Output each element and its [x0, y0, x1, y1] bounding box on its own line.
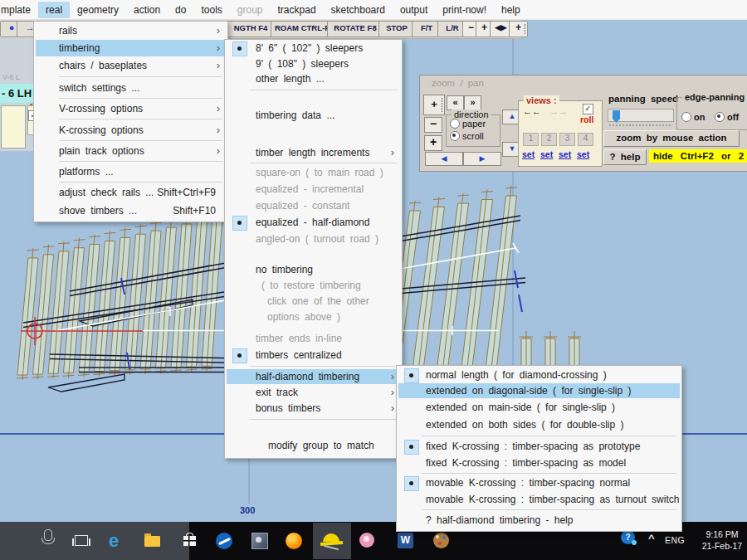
menu-item-half-diamond-help[interactable]: ? half-diamond timbering - help [398, 513, 680, 528]
view-back-button[interactable]: « [447, 95, 464, 110]
menubar-item-tools[interactable]: tools [193, 2, 229, 18]
view-3-button[interactable]: 3 [559, 133, 575, 146]
ghost-template-label: V-6 L [2, 73, 20, 81]
panning-speed-slider[interactable] [608, 109, 674, 122]
slider-ticks [609, 124, 671, 126]
menu-item-shove-timbers[interactable]: shove timbers ... Shift+F10 [36, 202, 226, 219]
direction-scroll-radio[interactable]: scroll [450, 131, 484, 141]
direction-paper-radio[interactable]: paper [450, 119, 486, 129]
menu-item-9ft-sleepers[interactable]: 9' ( 108" ) sleepers [227, 56, 400, 71]
menu-item-exit-track[interactable]: exit track › [227, 385, 400, 400]
rotate-button[interactable]: ROTATE F8 [327, 21, 383, 37]
word-icon[interactable]: W [398, 533, 413, 548]
edge-panning-on-radio[interactable]: on [681, 112, 705, 122]
menubar-item-action[interactable]: action [126, 2, 168, 18]
view-forward-button[interactable]: » [464, 95, 481, 110]
menu-item-v-crossing-options[interactable]: V-crossing options › [36, 100, 226, 117]
set-view-2-link[interactable]: set [540, 149, 553, 159]
menubar-item-do[interactable]: do [168, 2, 193, 18]
menubar-item-print-now[interactable]: print-now! [435, 2, 494, 18]
zoom-in-button[interactable]: + [424, 135, 442, 151]
menu-item-k-crossing-options[interactable]: K-crossing options › [36, 122, 226, 139]
task-view-icon[interactable] [73, 533, 90, 549]
menubar-item-geometry[interactable]: geometry [70, 2, 126, 18]
view-4-button[interactable]: 4 [578, 133, 593, 146]
menu-item-switch-settings[interactable]: switch settings ... [36, 80, 226, 96]
menubar-item-real[interactable]: real [38, 2, 70, 18]
menu-item-movable-k-normal[interactable]: movable K-crossing : timber-spacing norm… [398, 475, 680, 490]
shift-mode-button[interactable]: + [509, 21, 528, 37]
menu-item-fixed-k-prototype[interactable]: fixed K-crossing : timber-spacing as pro… [398, 439, 680, 454]
menu-item-normal-length[interactable]: normal length ( for diamond-crossing ) [398, 368, 680, 382]
menu-item-rails[interactable]: rails › [36, 22, 226, 39]
menubar-item-help[interactable]: help [494, 2, 528, 18]
microphone-icon[interactable] [40, 529, 56, 546]
menu-item-extended-main-side[interactable]: extended on main-side ( for single-slip … [398, 400, 680, 415]
menu-item-timber-length-increments[interactable]: timber length increments › [227, 145, 400, 160]
edge-panning-groupbox: edge-panning on off [676, 97, 747, 130]
firefox-icon[interactable] [286, 533, 302, 549]
tray-chevron-up-icon[interactable]: ^ [648, 532, 655, 544]
menu-item-movable-k-turnout-switch[interactable]: movable K-crossing : timber-spacing as t… [398, 492, 680, 507]
file-explorer-icon[interactable] [144, 533, 161, 549]
templot-taskbar-tile[interactable] [313, 523, 351, 559]
windows-store-icon[interactable] [181, 533, 198, 549]
roam-button[interactable]: ROAM CTRL-F9 [271, 21, 332, 37]
edge-panning-label: edge-panning [682, 92, 747, 102]
menu-bar: mplate real geometry action do tools gro… [0, 0, 747, 20]
menu-item-platforms[interactable]: platforms ... [36, 163, 226, 180]
view-2-button[interactable]: 2 [541, 133, 557, 146]
menu-item-chairs-baseplates[interactable]: chairs / baseplates › [36, 57, 226, 74]
menu-item-timbering-data[interactable]: timbering data ... [227, 108, 400, 123]
help-button[interactable]: ? help [603, 149, 647, 165]
edge-panning-off-radio[interactable]: off [715, 112, 739, 122]
menu-item-extended-both-sides[interactable]: extended on both sides ( for double-slip… [398, 417, 680, 432]
templot-app-window: 300 mplate real geometry action do tools… [0, 0, 747, 560]
tray-language-label[interactable]: ENG [665, 535, 685, 545]
pan-right-button[interactable]: ▶ [463, 152, 501, 166]
menubar-item-sketchboard[interactable]: sketchboard [324, 2, 393, 18]
menu-item-timbers-centralized[interactable]: timbers centralized [227, 348, 400, 363]
tray-help-icon[interactable]: ? [621, 530, 635, 544]
menu-item-other-length[interactable]: other length ... [227, 71, 400, 86]
menu-item-extended-diagonal-side[interactable]: extended on diagonal-side ( for single-s… [398, 383, 680, 398]
edge-browser-icon[interactable]: e [109, 533, 125, 549]
submenu-chevron-icon: › [217, 57, 220, 74]
set-view-1-link[interactable]: set [522, 149, 535, 159]
menu-item-half-diamond-timbering[interactable]: half-diamond timbering › [227, 369, 400, 384]
submenu-chevron-icon: › [391, 401, 394, 416]
direction-groupbox: direction paper scroll [446, 114, 500, 147]
length-f4-button[interactable]: NGTH F4 [226, 21, 276, 37]
menubar-item-output[interactable]: output [393, 2, 435, 18]
menu-item-bonus-timbers[interactable]: bonus timbers › [227, 401, 400, 416]
shift-adjust-button[interactable]: + [423, 95, 445, 115]
menubar-item-template[interactable]: mplate [0, 2, 38, 18]
tray-clock[interactable]: 9:16 PM 21-Feb-17 [698, 528, 746, 552]
menu-item-adjust-check-rails[interactable]: adjust check rails ... Shift+Ctrl+F9 [36, 184, 226, 201]
menu-separator [250, 90, 397, 90]
roll-checkbox[interactable]: ✓ [583, 104, 593, 114]
shortcut-label: Shift+F10 [173, 202, 216, 219]
pan-left-button[interactable]: ◀ [425, 152, 463, 166]
set-view-3-link[interactable]: set [559, 149, 571, 159]
set-view-4-link[interactable]: set [577, 149, 589, 159]
zoom-by-mouse-action-button[interactable]: zoom by mouse action [603, 130, 740, 147]
menu-item-fixed-k-model[interactable]: fixed K-crossing : timber-spacing as mod… [398, 455, 680, 470]
photos-icon[interactable] [251, 533, 268, 549]
slider-thumb[interactable] [613, 110, 620, 123]
views-back-arrows[interactable]: ←← [523, 106, 541, 116]
zoom-out-button[interactable]: − [424, 117, 442, 133]
palette-icon[interactable] [433, 533, 450, 549]
view-1-button[interactable]: 1 [523, 133, 539, 146]
menu-item-plain-track-options[interactable]: plain track options › [36, 143, 226, 159]
menu-item-8ft6-sleepers[interactable]: 8' 6" ( 102" ) sleepers [227, 41, 400, 56]
menu-item-modify-group-to-match[interactable]: modify group to match [227, 438, 400, 453]
menu-item-no-timbering[interactable]: no timbering [227, 262, 400, 277]
menubar-item-trackpad[interactable]: trackpad [271, 2, 324, 18]
pink-ball-icon[interactable] [359, 533, 376, 549]
menu-item-timbering[interactable]: timbering › [36, 40, 226, 56]
menu-item-equalized-half-diamond[interactable]: equalized - half-diamond [227, 215, 400, 230]
hide-panel-button[interactable]: hide Ctrl+F2 or 2 [649, 149, 747, 163]
stop-button[interactable]: STOP [378, 21, 415, 37]
thunderbird-icon[interactable] [216, 533, 232, 549]
